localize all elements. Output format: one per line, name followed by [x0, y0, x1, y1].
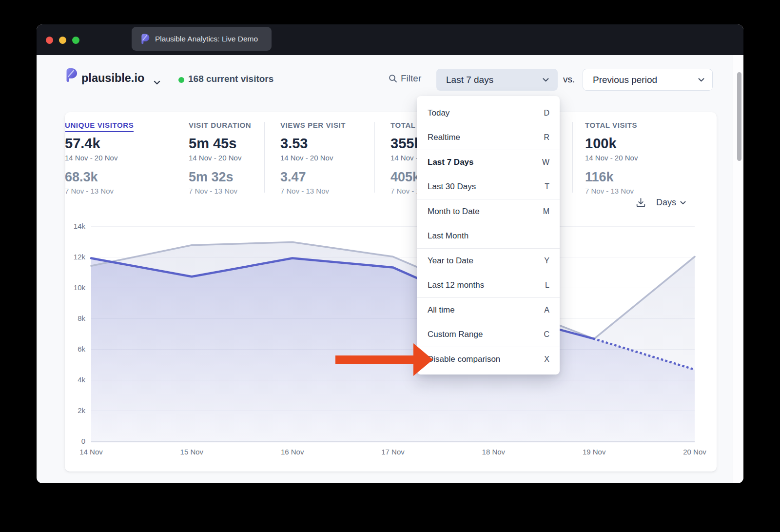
site-name[interactable]: plausible.io: [81, 72, 144, 85]
x-axis-tick: 14 Nov: [72, 448, 111, 456]
menu-item-last-12-months[interactable]: Last 12 monthsL: [417, 273, 560, 297]
stats-divider: [65, 122, 65, 193]
menu-item-all-time[interactable]: All timeA: [417, 298, 560, 322]
y-axis-tick: 2k: [65, 406, 85, 414]
live-indicator-dot: [178, 77, 184, 83]
metric-tab-unique-visitors[interactable]: UNIQUE VISITORS57.4k14 Nov - 20 Nov68.3k…: [65, 121, 134, 195]
vs-label: vs.: [563, 74, 575, 85]
menu-item-shortcut: C: [544, 330, 549, 339]
menu-item-shortcut: W: [542, 158, 549, 167]
menu-item-shortcut: R: [544, 133, 549, 142]
x-axis-tick: 15 Nov: [172, 448, 211, 456]
menu-item-label: All time: [428, 305, 455, 315]
menu-item-shortcut: A: [544, 306, 549, 315]
y-axis-tick: 0: [65, 437, 85, 445]
metric-previous-value: 3.47: [280, 170, 346, 185]
tab-title: Plausible Analytics: Live Demo: [155, 35, 258, 43]
menu-item-shortcut: Y: [544, 256, 549, 265]
browser-tab[interactable]: Plausible Analytics: Live Demo: [132, 27, 272, 51]
annotation-arrow-icon: [329, 339, 439, 385]
chevron-down-icon: [698, 78, 704, 82]
zoom-window-button[interactable]: [72, 37, 79, 44]
metric-previous-range: 7 Nov - 13 Nov: [585, 187, 638, 195]
stats-divider: [572, 122, 573, 193]
x-axis-tick: 18 Nov: [474, 448, 513, 456]
y-axis-tick: 12k: [65, 253, 85, 261]
y-axis-tick: 10k: [65, 283, 85, 292]
plausible-favicon: [140, 33, 150, 44]
metric-value: 57.4k: [65, 136, 134, 152]
minimize-window-button[interactable]: [59, 37, 66, 44]
y-axis-tick: 4k: [65, 375, 85, 384]
menu-item-label: Last Month: [428, 231, 468, 241]
current-visitors[interactable]: 168 current visitors: [188, 74, 273, 84]
chevron-down-icon: [680, 201, 686, 205]
metric-value: 100k: [585, 136, 638, 152]
menu-item-last-30-days[interactable]: Last 30 DaysT: [417, 175, 560, 199]
menu-item-label: Last 30 Days: [428, 182, 476, 192]
metric-tab-total-visits[interactable]: TOTAL VISITS100k14 Nov - 20 Nov116k7 Nov…: [585, 121, 638, 195]
menu-item-month-to-date[interactable]: Month to DateM: [417, 199, 560, 224]
y-axis-tick: 6k: [65, 345, 85, 353]
metric-previous-range: 7 Nov - 13 Nov: [280, 187, 346, 195]
menu-item-shortcut: L: [545, 281, 549, 290]
comparison-value: Previous period: [593, 75, 657, 85]
export-download-icon[interactable]: [635, 197, 646, 208]
menu-item-last-7-days[interactable]: Last 7 DaysW: [417, 150, 560, 175]
menu-item-label: Last 12 months: [428, 280, 484, 290]
browser-titlebar: Plausible Analytics: Live Demo: [37, 24, 743, 55]
menu-item-label: Month to Date: [428, 207, 480, 217]
menu-item-year-to-date[interactable]: Year to DateY: [417, 249, 560, 273]
interval-value: Days: [656, 197, 676, 208]
date-range-select[interactable]: Last 7 days: [436, 69, 558, 91]
metric-range: 14 Nov - 20 Nov: [189, 154, 251, 162]
date-range-menu: TodayDRealtimeRLast 7 DaysWLast 30 DaysT…: [417, 96, 560, 374]
x-axis-tick: 17 Nov: [373, 448, 412, 456]
metric-label: UNIQUE VISITORS: [65, 121, 134, 129]
metric-value: 3.53: [280, 136, 346, 152]
menu-item-label: Today: [428, 108, 449, 118]
chevron-down-icon: [543, 78, 549, 82]
menu-item-last-month[interactable]: Last Month: [417, 224, 560, 248]
menu-item-shortcut: D: [544, 109, 549, 118]
menu-item-today[interactable]: TodayD: [417, 101, 560, 125]
site-switcher-chevron-icon[interactable]: [154, 78, 160, 87]
metric-tab-views-per-visit[interactable]: VIEWS PER VISIT3.5314 Nov - 20 Nov3.477 …: [280, 121, 346, 195]
metric-previous-range: 7 Nov - 13 Nov: [65, 187, 134, 195]
metric-previous-value: 116k: [585, 170, 638, 185]
scrollbar-thumb[interactable]: [737, 72, 741, 161]
browser-window: Plausible Analytics: Live Demo plausible…: [37, 24, 743, 483]
menu-item-label: Last 7 Days: [428, 158, 474, 167]
metric-previous-value: 68.3k: [65, 170, 134, 185]
stats-divider: [374, 122, 375, 193]
comparison-select[interactable]: Previous period: [583, 69, 713, 91]
menu-item-shortcut: T: [545, 182, 549, 191]
visitors-chart[interactable]: [91, 226, 695, 444]
y-axis-tick: 8k: [65, 314, 85, 322]
menu-item-label: Year to Date: [428, 256, 473, 266]
menu-item-realtime[interactable]: RealtimeR: [417, 125, 560, 150]
menu-item-shortcut: M: [543, 207, 549, 216]
close-window-button[interactable]: [46, 37, 53, 44]
stats-divider: [264, 122, 265, 193]
x-axis-tick: 20 Nov: [675, 448, 714, 456]
metric-label: VIEWS PER VISIT: [280, 121, 346, 129]
metric-previous-range: 7 Nov - 13 Nov: [189, 187, 251, 195]
x-axis-tick: 16 Nov: [273, 448, 312, 456]
metric-value: 5m 45s: [189, 136, 251, 152]
x-axis-tick: 19 Nov: [575, 448, 614, 456]
metric-range: 14 Nov - 20 Nov: [65, 154, 134, 162]
metric-previous-value: 5m 32s: [189, 170, 251, 185]
interval-select[interactable]: Days: [656, 197, 686, 208]
menu-item-label: Custom Range: [428, 330, 483, 339]
metric-range: 14 Nov - 20 Nov: [585, 154, 638, 162]
dashboard-card: VISIT DURATION5m 45s14 Nov - 20 Nov5m 32…: [65, 112, 717, 472]
search-icon: [389, 74, 397, 83]
menu-item-shortcut: X: [544, 355, 549, 364]
plausible-logo: [64, 67, 78, 82]
metric-label: VISIT DURATION: [189, 121, 251, 129]
filter-label: Filter: [401, 73, 421, 84]
metric-tab-visit-duration[interactable]: VISIT DURATION5m 45s14 Nov - 20 Nov5m 32…: [189, 121, 251, 195]
menu-item-label: Realtime: [428, 133, 460, 142]
filter-button[interactable]: Filter: [389, 73, 421, 84]
